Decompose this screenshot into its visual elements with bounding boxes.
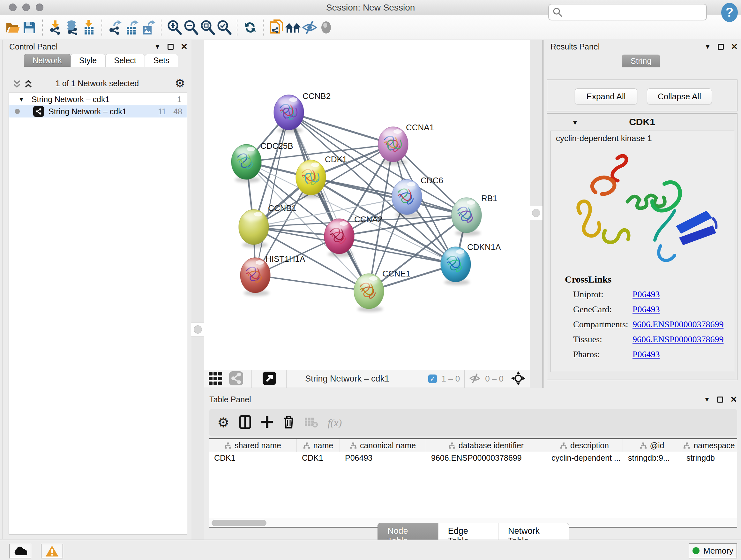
tab-string[interactable]: String — [622, 55, 660, 67]
network-node-ccna1[interactable] — [378, 127, 408, 165]
tab-select[interactable]: Select — [105, 54, 145, 67]
clone-network-icon[interactable] — [268, 19, 285, 36]
network-node-ccnb2[interactable] — [274, 95, 304, 133]
crosslink-link[interactable]: P06493 — [632, 304, 660, 314]
network-node-ccnb1[interactable] — [239, 209, 269, 248]
add-column-icon[interactable] — [261, 416, 273, 430]
column-header-namespace[interactable]: namespace — [681, 439, 737, 452]
memory-button[interactable]: Memory — [689, 543, 737, 558]
table-panel-close-icon[interactable]: ✕ — [730, 395, 737, 405]
detach-view-icon[interactable] — [263, 372, 276, 386]
import-network-database-icon[interactable] — [64, 19, 80, 36]
grid-view-icon[interactable] — [208, 371, 223, 387]
network-node-cdc25b[interactable] — [231, 144, 261, 183]
node-label-hist1h1a: HIST1H1A — [266, 254, 306, 264]
network-collection-row[interactable]: ▼ String Network – cdk1 1 — [9, 93, 187, 105]
crosslink-label: Tissues: — [573, 334, 602, 345]
cloud-icon — [13, 546, 27, 556]
table-panel-maximize-icon[interactable] — [717, 396, 723, 402]
table-cell[interactable]: cyclin-dependent ... — [546, 452, 623, 463]
collection-expand-icon[interactable]: ▼ — [18, 96, 24, 103]
network-node-rb1[interactable] — [452, 198, 482, 236]
network-node-ccna2[interactable] — [324, 219, 354, 257]
protein-structure-image — [563, 145, 723, 273]
column-header-name[interactable]: name — [297, 439, 340, 452]
export-table-icon[interactable] — [123, 19, 140, 36]
table-panel-float-icon[interactable]: ▼ — [704, 396, 710, 403]
export-image-icon[interactable] — [140, 19, 156, 36]
open-session-icon[interactable] — [4, 19, 21, 36]
control-panel-close-icon[interactable]: ✕ — [181, 42, 188, 52]
results-panel-float-icon[interactable]: ▼ — [704, 43, 711, 51]
column-header-canonical-name[interactable]: canonical name — [340, 439, 426, 452]
import-network-file-icon[interactable] — [47, 19, 64, 36]
gene-header-row[interactable]: ▼ CDK1 — [547, 114, 737, 129]
column-grip-icon — [303, 442, 310, 449]
delete-column-icon[interactable] — [283, 415, 294, 430]
zoom-in-icon[interactable] — [166, 19, 183, 36]
network-options-gear-icon[interactable]: ⚙ — [175, 78, 185, 89]
control-splitter[interactable] — [192, 40, 204, 540]
results-panel-title: Results Panel — [550, 42, 600, 51]
results-panel-maximize-icon[interactable] — [718, 44, 724, 50]
refresh-view-icon[interactable] — [242, 19, 259, 36]
table-cell[interactable]: 9606.ENSP00000378699 — [426, 452, 546, 463]
column-header--id[interactable]: @id — [623, 439, 681, 452]
network-view-toolbar: String Network – cdk1 ✓ 1 – 0 0 – 0 — [204, 370, 530, 388]
show-columns-icon[interactable] — [239, 415, 251, 430]
crosslink-link[interactable]: 9606.ENSP00000378699 — [632, 334, 724, 345]
table-cell[interactable]: CDK1 — [297, 452, 340, 463]
table-options-gear-icon[interactable]: ⚙ — [217, 416, 229, 429]
search-input[interactable] — [548, 4, 707, 20]
network-edge[interactable] — [311, 178, 467, 215]
results-splitter[interactable] — [530, 40, 542, 388]
table-cell[interactable]: P06493 — [340, 452, 426, 463]
crosslink-link[interactable]: P06493 — [632, 289, 660, 300]
save-session-icon[interactable] — [21, 19, 38, 36]
network-node-cdkn1a[interactable] — [441, 247, 471, 285]
birds-eye-icon[interactable] — [511, 371, 525, 387]
results-panel-close-icon[interactable]: ✕ — [731, 42, 738, 52]
cytoscape-window: Session: New Session — [0, 0, 741, 560]
node-label-ccnb2: CCNB2 — [302, 91, 331, 101]
network-row[interactable]: String Network – cdk1 11 48 — [9, 105, 187, 118]
zoom-selected-icon[interactable] — [216, 19, 232, 36]
help-icon[interactable]: ? — [721, 3, 738, 23]
network-edge[interactable] — [289, 112, 369, 291]
crosslink-link[interactable]: P06493 — [632, 349, 660, 360]
search-box — [548, 4, 707, 20]
control-panel-float-icon[interactable]: ▼ — [154, 43, 160, 51]
table-cell[interactable]: stringdb:9... — [623, 452, 681, 463]
network-edge[interactable] — [255, 275, 369, 291]
collapse-all-button[interactable]: Collapse All — [647, 88, 712, 105]
network-edge[interactable] — [289, 112, 393, 144]
network-canvas[interactable]: CCNB2CCNA1CDC25BCDK1CDC6RB1CCNB1CCNA2CDK… — [204, 40, 530, 370]
network-edge[interactable] — [255, 112, 289, 275]
table-cell[interactable]: CDK1 — [209, 452, 297, 463]
warnings-button[interactable] — [41, 544, 63, 558]
tab-sets[interactable]: Sets — [145, 54, 178, 67]
control-panel-maximize-icon[interactable] — [167, 44, 174, 50]
network-node-ccne1[interactable] — [354, 273, 384, 312]
expand-all-button[interactable]: Expand All — [575, 88, 637, 105]
column-header-shared-name[interactable]: shared name — [209, 439, 297, 452]
tab-style[interactable]: Style — [71, 54, 106, 67]
hscrollbar-thumb[interactable] — [212, 520, 266, 526]
zoom-out-icon[interactable] — [183, 19, 199, 36]
network-overview-icon[interactable] — [229, 371, 243, 387]
cloud-status-button[interactable] — [9, 544, 31, 558]
crosslink-row: Uniprot: P06493 — [565, 289, 611, 300]
table-cell[interactable]: stringdb — [681, 452, 737, 463]
hide-selected-eye-slash-icon[interactable] — [301, 19, 318, 36]
crosslink-link[interactable]: 9606.ENSP00000378699 — [632, 319, 724, 329]
import-table-icon[interactable] — [80, 19, 97, 36]
column-header-database-identifier[interactable]: database identifier — [426, 439, 546, 452]
table-row[interactable]: CDK1CDK1P064939606.ENSP00000378699cyclin… — [209, 452, 737, 463]
selected-checkbox-icon[interactable]: ✓ — [428, 374, 437, 383]
show-all-houses-icon[interactable] — [285, 19, 301, 36]
export-network-icon[interactable] — [107, 19, 123, 36]
show-hidden-eye-icon[interactable] — [318, 19, 334, 36]
tab-network[interactable]: Network — [24, 54, 71, 67]
fit-content-icon[interactable] — [199, 19, 216, 36]
column-header-description[interactable]: description — [546, 439, 623, 452]
